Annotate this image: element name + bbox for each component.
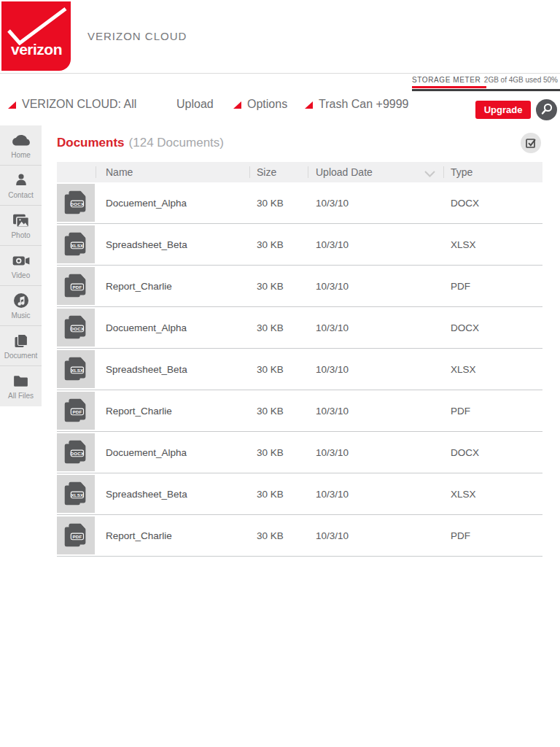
file-type: PDF bbox=[451, 515, 470, 557]
upload-button[interactable]: Upload bbox=[176, 93, 214, 115]
file-name: Report_Charlie bbox=[106, 266, 172, 307]
page-title: Documents(124 Documents) bbox=[57, 136, 224, 150]
verizon-logo[interactable]: verizon bbox=[1, 1, 71, 71]
file-date: 10/3/10 bbox=[316, 182, 349, 224]
storage-bar-total bbox=[412, 89, 560, 91]
table-row[interactable]: DOCX Docuement_Alpha 30 KB 10/3/10 DOCX bbox=[57, 432, 542, 473]
location-menu-label: VERIZON CLOUD: All bbox=[22, 98, 136, 111]
sidebar: Home Contact Photo Video bbox=[0, 125, 42, 406]
sidebar-item-all-files[interactable]: All Files bbox=[0, 366, 42, 406]
file-size: 30 KB bbox=[257, 266, 284, 307]
red-triangle-icon bbox=[305, 101, 313, 109]
checkbox-icon bbox=[521, 133, 541, 153]
select-all-button[interactable] bbox=[521, 133, 541, 153]
folder-icon bbox=[12, 371, 30, 390]
column-header-type[interactable]: Type bbox=[451, 162, 472, 182]
photo-icon bbox=[12, 211, 30, 230]
file-size: 30 KB bbox=[257, 349, 284, 390]
red-triangle-icon bbox=[8, 101, 16, 109]
logo-wordmark: verizon bbox=[11, 41, 62, 58]
file-date: 10/3/10 bbox=[316, 307, 349, 349]
table-body: DOCX Docuement_Alpha 30 KB 10/3/10 DOCX … bbox=[57, 182, 542, 557]
file-size: 30 KB bbox=[257, 307, 284, 349]
column-header-name[interactable]: Name bbox=[106, 162, 133, 182]
storage-bar-used bbox=[412, 86, 486, 88]
file-name: Docuement_Alpha bbox=[106, 432, 187, 473]
file-name: Docuement_Alpha bbox=[106, 182, 187, 224]
table-row[interactable]: XLSX Spreadsheet_Beta 30 KB 10/3/10 XLSX bbox=[57, 224, 542, 266]
chevron-down-icon[interactable] bbox=[424, 168, 436, 181]
file-type: DOCX bbox=[451, 307, 479, 349]
file-badge-label: DOCX bbox=[71, 201, 85, 206]
file-date: 10/3/10 bbox=[316, 349, 349, 390]
cloud-icon bbox=[12, 131, 31, 150]
sidebar-item-home[interactable]: Home bbox=[0, 125, 42, 166]
search-icon bbox=[536, 99, 557, 120]
search-button[interactable] bbox=[536, 99, 557, 120]
file-date: 10/3/10 bbox=[316, 515, 349, 557]
file-type-icon: DOCX bbox=[57, 309, 95, 347]
table-row[interactable]: PDF Report_Charlie 30 KB 10/3/10 PDF bbox=[57, 266, 542, 307]
sidebar-item-label: Photo bbox=[11, 231, 30, 239]
file-type: XLSX bbox=[451, 224, 476, 266]
sidebar-item-video[interactable]: Video bbox=[0, 246, 42, 286]
trash-can-label: Trash Can +9999 bbox=[319, 98, 408, 111]
sidebar-item-label: All Files bbox=[8, 392, 34, 400]
file-size: 30 KB bbox=[257, 182, 284, 224]
file-size: 30 KB bbox=[257, 515, 284, 557]
page-title-text: Documents bbox=[57, 136, 125, 150]
table-row[interactable]: XLSX Spreadsheet_Beta 30 KB 10/3/10 XLSX bbox=[57, 349, 542, 390]
upgrade-button[interactable]: Upgrade bbox=[475, 101, 531, 119]
file-type: XLSX bbox=[451, 473, 476, 515]
file-type-icon: PDF bbox=[57, 516, 95, 554]
sidebar-item-photo[interactable]: Photo bbox=[0, 206, 42, 246]
documents-count: (124 Documents) bbox=[129, 136, 224, 150]
file-badge-label: PDF bbox=[72, 409, 82, 414]
table-row[interactable]: DOCX Docuement_Alpha 30 KB 10/3/10 DOCX bbox=[57, 307, 542, 349]
location-menu[interactable]: VERIZON CLOUD: All bbox=[8, 93, 136, 115]
sidebar-item-label: Document bbox=[4, 352, 38, 360]
sidebar-item-document[interactable]: Document bbox=[0, 326, 42, 366]
file-date: 10/3/10 bbox=[316, 473, 349, 515]
trash-can-menu[interactable]: Trash Can +9999 bbox=[305, 93, 408, 115]
file-type: DOCX bbox=[451, 432, 479, 473]
table-header: Name Size Upload Date Type bbox=[57, 162, 542, 182]
options-menu[interactable]: Options bbox=[233, 93, 287, 115]
file-date: 10/3/10 bbox=[316, 266, 349, 307]
upload-label: Upload bbox=[176, 98, 214, 111]
sidebar-item-contact[interactable]: Contact bbox=[0, 166, 42, 206]
file-size: 30 KB bbox=[257, 224, 284, 266]
storage-usage-text: 2GB of 4GB used 50% bbox=[484, 76, 558, 84]
storage-meter: STORAGE METER 2GB of 4GB used 50% bbox=[412, 76, 560, 91]
column-header-size[interactable]: Size bbox=[257, 162, 276, 182]
table-row[interactable]: XLSX Spreadsheet_Beta 30 KB 10/3/10 XLSX bbox=[57, 473, 542, 515]
file-badge-label: DOCX bbox=[71, 451, 85, 456]
file-type-icon: XLSX bbox=[57, 350, 95, 388]
table-row[interactable]: PDF Report_Charlie 30 KB 10/3/10 PDF bbox=[57, 515, 542, 557]
table-row[interactable]: DOCX Docuement_Alpha 30 KB 10/3/10 DOCX bbox=[57, 182, 542, 224]
column-header-upload-date[interactable]: Upload Date bbox=[316, 162, 373, 182]
file-type: XLSX bbox=[451, 349, 476, 390]
app-title: VERIZON CLOUD bbox=[88, 30, 187, 42]
music-note-icon bbox=[12, 291, 30, 310]
red-triangle-icon bbox=[233, 101, 241, 109]
file-name: Spreadsheet_Beta bbox=[106, 349, 187, 390]
video-camera-icon bbox=[12, 251, 31, 270]
table-row[interactable]: PDF Report_Charlie 30 KB 10/3/10 PDF bbox=[57, 390, 542, 432]
column-separator bbox=[249, 166, 250, 178]
file-size: 30 KB bbox=[257, 432, 284, 473]
file-name: Spreadsheet_Beta bbox=[106, 473, 187, 515]
file-badge-label: PDF bbox=[72, 285, 82, 290]
app-header: verizon VERIZON CLOUD bbox=[0, 0, 560, 74]
file-badge-label: XLSX bbox=[71, 492, 84, 498]
documents-icon bbox=[12, 331, 30, 350]
file-badge-label: XLSX bbox=[71, 243, 84, 248]
file-type-icon: DOCX bbox=[57, 433, 95, 471]
sidebar-item-music[interactable]: Music bbox=[0, 286, 42, 326]
file-name: Spreadsheet_Beta bbox=[106, 224, 187, 266]
file-type-icon: DOCX bbox=[57, 184, 95, 222]
file-name: Docuement_Alpha bbox=[106, 307, 187, 349]
file-type-icon: PDF bbox=[57, 267, 95, 305]
storage-meter-label: STORAGE METER bbox=[412, 76, 481, 84]
options-menu-label: Options bbox=[247, 98, 287, 111]
